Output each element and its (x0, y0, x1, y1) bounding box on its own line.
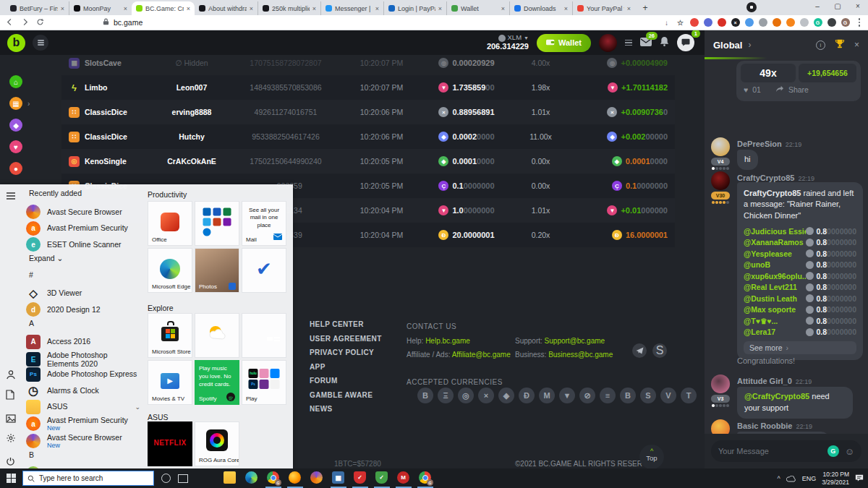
tile-officeapps[interactable] (195, 201, 239, 246)
action-center-icon[interactable] (855, 472, 864, 485)
reload-button[interactable] (36, 16, 44, 29)
tile-mail[interactable]: See all your mail in one placeMail (242, 201, 286, 246)
cortana-icon[interactable] (161, 474, 171, 483)
tile-photos[interactable]: Photos (195, 248, 239, 293)
expand-link[interactable]: Expand ⌄ (29, 254, 63, 262)
taskbar-search[interactable]: Type here to search (22, 471, 154, 486)
bookmark-star-icon[interactable]: ☆ (676, 18, 685, 27)
app-list-item[interactable]: PsAdobe Photoshop Express (26, 367, 140, 382)
chat-info-icon[interactable]: i (816, 40, 825, 50)
app-list-item[interactable]: Avast Secure BrowserNew (26, 433, 140, 449)
sidebar-item-casino-pink[interactable]: ♥ (9, 140, 22, 153)
tile-play[interactable]: huluPsPlay (242, 360, 286, 405)
wallet-button[interactable]: Wallet (537, 34, 591, 52)
bet-row[interactable]: ◎KenoSingleCrAKcOkAnE1750215064499024010… (61, 149, 675, 174)
sidebar-item-casino-orange[interactable]: ▦ (9, 97, 22, 110)
site-menu-button[interactable] (33, 35, 48, 51)
firefox-icon[interactable] (289, 471, 301, 484)
contact-link[interactable]: Affiliate@bc.game (452, 351, 511, 359)
rail-pictures-icon[interactable] (6, 413, 17, 424)
contact-link[interactable]: Support@bc.game (545, 337, 605, 345)
extension-mic-icon[interactable] (759, 18, 767, 27)
tile-edge[interactable]: Microsoft Edge (148, 248, 192, 293)
rail-menu-icon[interactable] (6, 190, 17, 202)
rain-recipient-name[interactable]: @XananaRamos (744, 238, 804, 247)
browser-tab-2[interactable]: MoonPay× (69, 1, 132, 15)
browser-menu-button[interactable] (856, 18, 863, 27)
chrome-icon[interactable]: G (267, 471, 279, 484)
chat-avatar[interactable] (711, 137, 730, 156)
sidebar-expand-chevron-icon[interactable]: › (27, 100, 30, 108)
share-icon[interactable] (775, 85, 784, 94)
user-avatar[interactable] (599, 34, 617, 52)
bet-row[interactable]: ∷ClassicDiceerving888849261127401675110:… (61, 100, 675, 124)
browser-tab-6[interactable]: Messenger | Faceb× (320, 1, 383, 15)
start-button[interactable] (7, 474, 16, 483)
footer-link[interactable]: USER AGREEMENT (310, 335, 382, 343)
rain-recipient-name[interactable]: @Dustin Leath (744, 294, 797, 303)
extension-orange-icon[interactable] (773, 18, 781, 27)
chat-avatar[interactable] (711, 374, 730, 393)
maximize-button[interactable]: ▢ (827, 0, 848, 14)
grammarly-ext-icon[interactable]: G (814, 18, 822, 27)
tab-close-icon[interactable]: × (501, 5, 505, 12)
tab-close-icon[interactable]: × (627, 5, 631, 12)
app-list-item[interactable]: Avast Secure Browser (26, 205, 140, 219)
tile-store[interactable]: Microsoft Store (148, 313, 192, 358)
rain-recipient-name[interactable]: @unoB (744, 260, 770, 269)
media-control-icon[interactable] (746, 2, 757, 12)
tab-close-icon[interactable]: × (187, 5, 190, 12)
app-list-item[interactable]: AAccess 2016 (26, 335, 140, 349)
browser-tab-3[interactable]: BC.Game: Crypto C× (132, 1, 195, 15)
heart-icon[interactable]: ♥ (744, 85, 748, 94)
chat-tab-global[interactable]: Global (713, 40, 742, 51)
browser-tab-4[interactable]: About withdraw. | E× (195, 1, 258, 15)
rain-recipient-name[interactable]: @T♥♛♥... (744, 317, 778, 325)
language-indicator[interactable]: ENG (802, 475, 817, 482)
skype-icon[interactable]: S (652, 343, 667, 358)
tile-spotify[interactable]: Play music you love. No credit cards.Spo… (195, 360, 239, 405)
extension-x-icon[interactable]: × (731, 18, 740, 27)
tab-close-icon[interactable]: × (312, 5, 316, 12)
onedrive-cloud-icon[interactable] (786, 472, 796, 485)
tab-close-icon[interactable]: × (124, 5, 127, 12)
browser-tab-8[interactable]: Wallet× (446, 1, 509, 15)
minimize-button[interactable]: – (807, 0, 827, 14)
rain-recipient-name[interactable]: @xup6ux96oplu... (744, 272, 806, 281)
chat-toggle-button[interactable]: 1 (677, 34, 694, 51)
file-explorer-icon[interactable] (224, 471, 236, 484)
tile-netflix[interactable]: NETFLIX (148, 421, 192, 466)
metamask-icon[interactable] (786, 18, 795, 27)
currency-selector[interactable]: XLM▼ 206.314229 (487, 34, 529, 51)
app-list-item[interactable]: eESET Online Scanner (26, 237, 140, 252)
inbox-button[interactable]: 26 (640, 36, 652, 49)
forward-button[interactable] (21, 16, 29, 29)
extension-gray-icon[interactable] (800, 18, 809, 27)
chrome-profile2-icon[interactable]: G (419, 471, 431, 484)
footer-link[interactable]: NEWS (310, 405, 333, 413)
rain-recipient-name[interactable]: @Yespleasee (744, 249, 792, 258)
chat-avatar[interactable] (711, 419, 730, 434)
task-view-icon[interactable] (178, 474, 188, 483)
sidebar-item-home[interactable]: ⌂ (9, 75, 22, 88)
account-menu-icon[interactable] (625, 38, 632, 48)
rail-user-icon[interactable] (6, 369, 17, 381)
footer-link[interactable]: PRIVACY POLICY (310, 348, 374, 356)
footer-link[interactable]: HELP CENTER (310, 320, 364, 328)
extension-copy-icon[interactable] (745, 18, 754, 27)
chat-username[interactable]: Attitude Girl_022:19 (737, 377, 812, 385)
app-list-item[interactable]: aAvast Premium Security (26, 221, 140, 236)
edge-icon[interactable] (245, 471, 258, 484)
see-more-button[interactable]: See more › (744, 341, 856, 354)
app-list-item[interactable]: ◇3D Viewer (26, 286, 140, 301)
chat-close-icon[interactable]: × (854, 40, 859, 50)
browser-tab-7[interactable]: Login | PayPal Prep× (383, 1, 446, 15)
profile-avatar-icon[interactable]: G (841, 18, 850, 27)
browser-tab-9[interactable]: Downloads× (509, 1, 572, 15)
extension-blue-icon[interactable] (704, 18, 712, 27)
chat-trophy-icon[interactable] (835, 38, 845, 51)
bcgame-logo[interactable]: b (7, 34, 25, 52)
avast-browser-icon[interactable] (310, 471, 323, 484)
sidebar-item-casino-red[interactable]: ● (9, 162, 22, 175)
win-share-card[interactable]: 49x+19,654656♥01Share (736, 61, 861, 101)
